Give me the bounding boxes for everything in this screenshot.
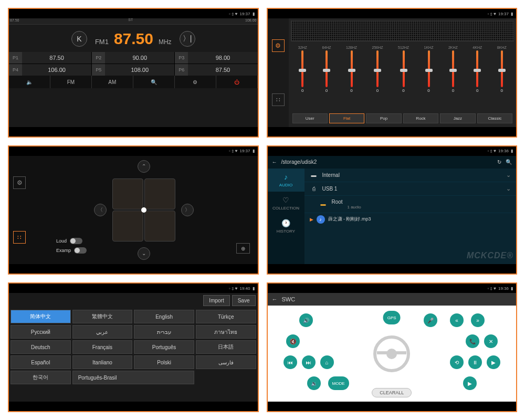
file-browser-panel: ◦ ‡ ♥19:36▮ ← /storage/udisk2 ↻ 🔍 ♪AUDIO…	[267, 145, 518, 275]
folder-icon: ▬	[319, 201, 328, 207]
back-icon[interactable]: ←	[272, 296, 278, 302]
preset-grid: P187.50 P290.00 P398.00 P4106.00 P5108.0…	[9, 52, 258, 76]
tab-audio[interactable]: ♪AUDIO	[268, 169, 304, 192]
swc-back[interactable]: ⟲	[450, 355, 464, 369]
lang-option[interactable]: עברית	[134, 325, 194, 339]
eq-band-6[interactable]: 2KHZ0	[448, 46, 458, 110]
lang-option[interactable]: Русский	[10, 325, 71, 339]
eq-band-7[interactable]: 4KHZ0	[472, 46, 482, 110]
swc-seek-prev[interactable]: «	[450, 313, 464, 327]
swc-gps[interactable]: GPS	[383, 311, 401, 324]
music-icon: ♪	[317, 215, 325, 224]
swc-vol-up[interactable]: 🔊	[299, 313, 313, 327]
lang-option[interactable]: Español	[10, 355, 71, 369]
lang-option[interactable]: English	[134, 310, 194, 323]
item-root[interactable]: ▬Root1 audio	[304, 196, 517, 213]
lang-option[interactable]: Português	[134, 340, 194, 354]
balance-down-button[interactable]: ⌄	[138, 247, 150, 260]
now-playing[interactable]: ▶♪薛之谦 - 刚刚好.mp3	[304, 213, 517, 226]
balance-up-button[interactable]: ⌃	[138, 160, 150, 173]
prev-station-button[interactable]: K	[71, 31, 87, 47]
lang-option[interactable]: ภาษาไทย	[196, 325, 256, 339]
swc-answer[interactable]: 📞	[466, 334, 479, 348]
seat-fl	[112, 178, 143, 209]
clear-all-button[interactable]: CLEARALL	[372, 388, 412, 397]
lang-option[interactable]: Français	[72, 340, 133, 354]
preset-3[interactable]: P398.00	[175, 52, 257, 64]
lang-option[interactable]: Português-Brasil	[72, 371, 194, 384]
fm-button[interactable]: FM	[50, 76, 92, 88]
item-internal[interactable]: ▬Internal⌄	[304, 169, 517, 182]
lang-option[interactable]: 日本語	[196, 340, 256, 354]
item-usb[interactable]: ⎙USB 1⌄	[304, 182, 517, 196]
back-icon[interactable]: ←	[272, 159, 277, 165]
eq-band-1[interactable]: 64HZ0	[322, 46, 331, 110]
examp-toggle[interactable]	[74, 247, 87, 254]
tab-history[interactable]: 🕐HISTORY	[268, 215, 304, 238]
lang-option[interactable]: Itanliano	[72, 355, 133, 369]
loud-toggle[interactable]	[70, 238, 82, 244]
seat-fr	[144, 178, 175, 209]
balance-right-button[interactable]: 〉	[181, 204, 194, 216]
swc-next[interactable]: ⏭	[302, 355, 316, 369]
eq-button[interactable]: ⚙	[175, 76, 216, 88]
power-button[interactable]: ⏻	[216, 76, 258, 88]
eq-sliders-icon[interactable]: ⚙	[272, 39, 285, 52]
eq-band-5[interactable]: 1KHZ0	[424, 46, 434, 110]
center-button[interactable]: ⊕	[236, 243, 250, 254]
tab-collection[interactable]: ♡COLLECTION	[268, 192, 304, 215]
search-button[interactable]: 🔍	[133, 76, 175, 88]
mute-button[interactable]: 🔈	[9, 76, 50, 88]
bal-sliders-icon[interactable]: ⚙	[13, 176, 26, 189]
eq-preset-jazz[interactable]: Jazz	[440, 113, 475, 123]
eq-preset-pop[interactable]: Pop	[366, 113, 401, 123]
search-icon[interactable]: 🔍	[506, 159, 512, 165]
swc-play[interactable]: ▶	[487, 355, 500, 369]
preset-4[interactable]: P4106.00	[9, 64, 91, 76]
swc-home[interactable]: ⌂	[320, 355, 334, 369]
lang-option[interactable]: عربي	[72, 325, 133, 339]
swc-seek-next[interactable]: »	[471, 313, 485, 327]
eq-preset-user[interactable]: User	[292, 113, 328, 123]
swc-mic[interactable]: 🎤	[424, 313, 437, 327]
next-station-button[interactable]: 〉|	[180, 31, 195, 47]
seat-grid[interactable]: ⌃ ⌄ 〈 〉	[112, 178, 175, 242]
lang-option[interactable]: 한국어	[10, 371, 71, 384]
swc-hangup[interactable]: ✕	[484, 334, 498, 348]
save-button[interactable]: Save	[232, 295, 256, 306]
eq-band-0[interactable]: 32HZ0	[298, 46, 307, 110]
lang-option[interactable]: 简体中文	[10, 310, 71, 323]
lang-option[interactable]: Deutsch	[10, 340, 71, 354]
swc-prev[interactable]: ⏮	[284, 355, 297, 369]
swc-src[interactable]: ▶	[463, 376, 477, 390]
frequency-scale[interactable]: 87.50 ST 108.00	[9, 18, 258, 25]
swc-mute[interactable]: 🔇	[286, 334, 300, 348]
drive-icon: ▬	[310, 172, 318, 178]
play-icon: ▶	[310, 217, 313, 222]
swc-pause[interactable]: ⏸	[468, 355, 482, 369]
eq-band-2[interactable]: 128HZ0	[346, 46, 357, 110]
eq-preset-rock[interactable]: Rock	[403, 113, 438, 123]
preset-1[interactable]: P187.50	[9, 52, 91, 64]
preset-5[interactable]: P5108.00	[92, 64, 174, 76]
lang-option[interactable]: Polski	[134, 355, 194, 369]
lang-option[interactable]: فارسی	[196, 355, 256, 369]
balance-position[interactable]	[141, 207, 146, 213]
refresh-icon[interactable]: ↻	[497, 159, 501, 165]
eq-band-4[interactable]: 512HZ0	[398, 46, 409, 110]
eq-band-3[interactable]: 256HZ0	[372, 46, 383, 110]
preset-2[interactable]: P290.00	[92, 52, 174, 64]
lang-option[interactable]: 繁體中文	[72, 310, 133, 323]
eq-preset-classic[interactable]: Classic	[477, 113, 512, 123]
preset-6[interactable]: P687.50	[175, 64, 257, 76]
lang-option[interactable]: Türkçe	[196, 310, 256, 323]
am-button[interactable]: AM	[92, 76, 133, 88]
bal-balance-icon[interactable]: ∷	[13, 231, 26, 244]
eq-band-8[interactable]: 8KHZ0	[497, 46, 507, 110]
swc-vol-down[interactable]: 🔉	[307, 376, 321, 390]
swc-mode[interactable]: MODE	[328, 376, 349, 390]
eq-preset-flat[interactable]: Flat	[329, 113, 364, 123]
eq-balance-icon[interactable]: ∷	[272, 93, 285, 106]
import-button[interactable]: Import	[203, 295, 229, 306]
balance-left-button[interactable]: 〈	[94, 204, 107, 216]
